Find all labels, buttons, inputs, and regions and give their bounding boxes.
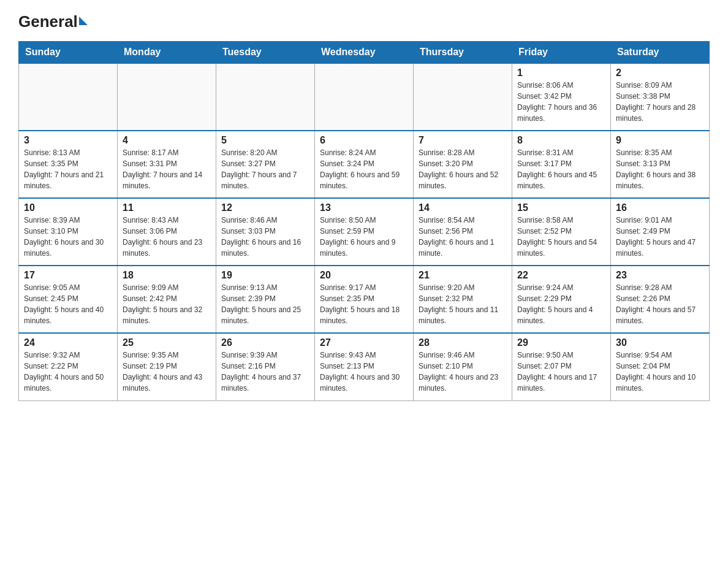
day-info: Sunrise: 9:09 AMSunset: 2:42 PMDaylight:… xyxy=(123,282,211,326)
weekday-header-monday: Monday xyxy=(118,42,216,64)
day-number: 10 xyxy=(24,202,112,213)
calendar-cell: 21Sunrise: 9:20 AMSunset: 2:32 PMDayligh… xyxy=(414,266,512,333)
calendar-cell: 10Sunrise: 8:39 AMSunset: 3:10 PMDayligh… xyxy=(19,198,118,266)
day-info: Sunrise: 8:28 AMSunset: 3:20 PMDaylight:… xyxy=(419,147,507,191)
day-number: 26 xyxy=(221,337,309,348)
calendar-cell xyxy=(315,63,414,131)
day-number: 22 xyxy=(517,270,605,281)
calendar-cell xyxy=(414,63,512,131)
day-number: 29 xyxy=(517,337,605,348)
day-number: 30 xyxy=(616,337,704,348)
calendar-cell: 20Sunrise: 9:17 AMSunset: 2:35 PMDayligh… xyxy=(315,266,414,333)
calendar-cell: 5Sunrise: 8:20 AMSunset: 3:27 PMDaylight… xyxy=(216,131,315,198)
day-info: Sunrise: 8:39 AMSunset: 3:10 PMDaylight:… xyxy=(24,215,112,259)
day-number: 19 xyxy=(221,270,309,281)
calendar-cell: 26Sunrise: 9:39 AMSunset: 2:16 PMDayligh… xyxy=(216,333,315,400)
day-number: 1 xyxy=(517,67,605,79)
day-number: 15 xyxy=(517,202,605,213)
day-info: Sunrise: 9:05 AMSunset: 2:45 PMDaylight:… xyxy=(24,282,112,326)
day-info: Sunrise: 9:46 AMSunset: 2:10 PMDaylight:… xyxy=(419,350,507,394)
calendar-table: SundayMondayTuesdayWednesdayThursdayFrid… xyxy=(18,41,710,401)
calendar-cell: 18Sunrise: 9:09 AMSunset: 2:42 PMDayligh… xyxy=(118,266,216,333)
calendar-cell: 23Sunrise: 9:28 AMSunset: 2:26 PMDayligh… xyxy=(611,266,710,333)
day-info: Sunrise: 8:54 AMSunset: 2:56 PMDaylight:… xyxy=(419,215,507,259)
calendar-cell: 2Sunrise: 8:09 AMSunset: 3:38 PMDaylight… xyxy=(611,63,710,131)
day-number: 3 xyxy=(24,135,112,146)
day-number: 14 xyxy=(419,202,507,213)
day-info: Sunrise: 9:54 AMSunset: 2:04 PMDaylight:… xyxy=(616,350,704,394)
day-info: Sunrise: 8:31 AMSunset: 3:17 PMDaylight:… xyxy=(517,147,605,191)
day-number: 16 xyxy=(616,202,704,213)
day-info: Sunrise: 8:50 AMSunset: 2:59 PMDaylight:… xyxy=(320,215,408,259)
day-info: Sunrise: 9:43 AMSunset: 2:13 PMDaylight:… xyxy=(320,350,408,394)
day-number: 20 xyxy=(320,270,408,281)
weekday-header-thursday: Thursday xyxy=(414,42,512,64)
calendar-cell: 3Sunrise: 8:13 AMSunset: 3:35 PMDaylight… xyxy=(19,131,118,198)
day-number: 8 xyxy=(517,135,605,146)
calendar-cell: 4Sunrise: 8:17 AMSunset: 3:31 PMDaylight… xyxy=(118,131,216,198)
logo: General xyxy=(18,12,88,31)
day-number: 25 xyxy=(123,337,211,348)
weekday-header-saturday: Saturday xyxy=(611,42,710,64)
day-number: 27 xyxy=(320,337,408,348)
calendar-cell: 7Sunrise: 8:28 AMSunset: 3:20 PMDaylight… xyxy=(414,131,512,198)
calendar-cell: 29Sunrise: 9:50 AMSunset: 2:07 PMDayligh… xyxy=(512,333,611,400)
calendar-cell: 16Sunrise: 9:01 AMSunset: 2:49 PMDayligh… xyxy=(611,198,710,266)
calendar-cell xyxy=(216,63,315,131)
logo-general: General xyxy=(18,12,78,31)
calendar-body: 1Sunrise: 8:06 AMSunset: 3:42 PMDaylight… xyxy=(19,63,710,400)
day-info: Sunrise: 8:09 AMSunset: 3:38 PMDaylight:… xyxy=(616,80,704,124)
weekday-header-friday: Friday xyxy=(512,42,611,64)
day-info: Sunrise: 8:46 AMSunset: 3:03 PMDaylight:… xyxy=(221,215,309,259)
calendar-cell: 11Sunrise: 8:43 AMSunset: 3:06 PMDayligh… xyxy=(118,198,216,266)
day-info: Sunrise: 9:39 AMSunset: 2:16 PMDaylight:… xyxy=(221,350,309,394)
day-number: 7 xyxy=(419,135,507,146)
week-row-4: 17Sunrise: 9:05 AMSunset: 2:45 PMDayligh… xyxy=(19,266,710,333)
day-info: Sunrise: 8:17 AMSunset: 3:31 PMDaylight:… xyxy=(123,147,211,191)
day-number: 23 xyxy=(616,270,704,281)
day-info: Sunrise: 8:35 AMSunset: 3:13 PMDaylight:… xyxy=(616,147,704,191)
day-info: Sunrise: 9:13 AMSunset: 2:39 PMDaylight:… xyxy=(221,282,309,326)
week-row-5: 24Sunrise: 9:32 AMSunset: 2:22 PMDayligh… xyxy=(19,333,710,400)
calendar-cell: 28Sunrise: 9:46 AMSunset: 2:10 PMDayligh… xyxy=(414,333,512,400)
calendar-cell: 17Sunrise: 9:05 AMSunset: 2:45 PMDayligh… xyxy=(19,266,118,333)
day-info: Sunrise: 8:13 AMSunset: 3:35 PMDaylight:… xyxy=(24,147,112,191)
header: General xyxy=(18,12,710,31)
day-info: Sunrise: 8:24 AMSunset: 3:24 PMDaylight:… xyxy=(320,147,408,191)
day-number: 2 xyxy=(616,67,704,79)
day-number: 6 xyxy=(320,135,408,146)
day-number: 9 xyxy=(616,135,704,146)
calendar-cell: 13Sunrise: 8:50 AMSunset: 2:59 PMDayligh… xyxy=(315,198,414,266)
weekday-header-row: SundayMondayTuesdayWednesdayThursdayFrid… xyxy=(19,42,710,64)
day-info: Sunrise: 9:32 AMSunset: 2:22 PMDaylight:… xyxy=(24,350,112,394)
weekday-header-wednesday: Wednesday xyxy=(315,42,414,64)
weekday-header-sunday: Sunday xyxy=(19,42,118,64)
calendar-cell: 8Sunrise: 8:31 AMSunset: 3:17 PMDaylight… xyxy=(512,131,611,198)
logo-triangle-icon xyxy=(79,17,88,25)
logo-top: General xyxy=(18,12,88,31)
day-info: Sunrise: 8:20 AMSunset: 3:27 PMDaylight:… xyxy=(221,147,309,191)
day-info: Sunrise: 8:43 AMSunset: 3:06 PMDaylight:… xyxy=(123,215,211,259)
day-info: Sunrise: 9:20 AMSunset: 2:32 PMDaylight:… xyxy=(419,282,507,326)
calendar-cell: 15Sunrise: 8:58 AMSunset: 2:52 PMDayligh… xyxy=(512,198,611,266)
calendar-cell: 1Sunrise: 8:06 AMSunset: 3:42 PMDaylight… xyxy=(512,63,611,131)
calendar-cell: 19Sunrise: 9:13 AMSunset: 2:39 PMDayligh… xyxy=(216,266,315,333)
day-number: 28 xyxy=(419,337,507,348)
day-info: Sunrise: 9:24 AMSunset: 2:29 PMDaylight:… xyxy=(517,282,605,326)
calendar-cell: 14Sunrise: 8:54 AMSunset: 2:56 PMDayligh… xyxy=(414,198,512,266)
week-row-3: 10Sunrise: 8:39 AMSunset: 3:10 PMDayligh… xyxy=(19,198,710,266)
day-number: 5 xyxy=(221,135,309,146)
calendar-cell: 24Sunrise: 9:32 AMSunset: 2:22 PMDayligh… xyxy=(19,333,118,400)
calendar-cell: 30Sunrise: 9:54 AMSunset: 2:04 PMDayligh… xyxy=(611,333,710,400)
day-number: 12 xyxy=(221,202,309,213)
week-row-2: 3Sunrise: 8:13 AMSunset: 3:35 PMDaylight… xyxy=(19,131,710,198)
day-number: 4 xyxy=(123,135,211,146)
calendar-cell: 6Sunrise: 8:24 AMSunset: 3:24 PMDaylight… xyxy=(315,131,414,198)
day-info: Sunrise: 8:58 AMSunset: 2:52 PMDaylight:… xyxy=(517,215,605,259)
calendar-cell: 25Sunrise: 9:35 AMSunset: 2:19 PMDayligh… xyxy=(118,333,216,400)
day-info: Sunrise: 9:50 AMSunset: 2:07 PMDaylight:… xyxy=(517,350,605,394)
weekday-header-tuesday: Tuesday xyxy=(216,42,315,64)
day-info: Sunrise: 9:35 AMSunset: 2:19 PMDaylight:… xyxy=(123,350,211,394)
day-number: 24 xyxy=(24,337,112,348)
calendar-cell: 9Sunrise: 8:35 AMSunset: 3:13 PMDaylight… xyxy=(611,131,710,198)
